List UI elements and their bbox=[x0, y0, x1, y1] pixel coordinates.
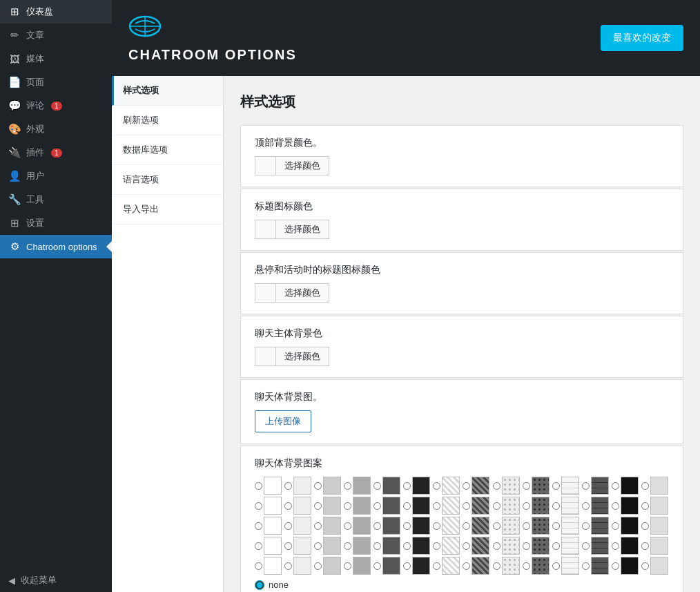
title-icon-color-button[interactable]: 选择颜色 bbox=[275, 220, 329, 239]
pattern-radio[interactable] bbox=[344, 522, 351, 530]
pattern-radio[interactable] bbox=[284, 482, 292, 490]
pattern-radio[interactable] bbox=[433, 502, 440, 510]
pattern-radio[interactable] bbox=[255, 542, 262, 550]
subnav-item-language[interactable]: 语言选项 bbox=[112, 165, 223, 195]
pattern-radio[interactable] bbox=[373, 562, 381, 570]
upload-image-button[interactable]: 上传图像 bbox=[255, 410, 311, 432]
top-bg-color-swatch[interactable] bbox=[255, 156, 275, 175]
pattern-radio[interactable] bbox=[403, 542, 411, 550]
pattern-radio[interactable] bbox=[433, 522, 440, 530]
pattern-radio[interactable] bbox=[403, 562, 411, 570]
pattern-radio[interactable] bbox=[641, 482, 649, 490]
subnav-item-refresh[interactable]: 刷新选项 bbox=[112, 106, 223, 135]
pattern-radio[interactable] bbox=[493, 522, 500, 530]
pattern-radio[interactable] bbox=[552, 562, 560, 570]
pattern-radio[interactable] bbox=[612, 542, 619, 550]
pattern-radio[interactable] bbox=[344, 482, 351, 490]
pattern-radio[interactable] bbox=[582, 562, 590, 570]
pattern-radio[interactable] bbox=[255, 482, 262, 490]
pattern-radio[interactable] bbox=[552, 502, 560, 510]
pattern-radio[interactable] bbox=[373, 522, 381, 530]
sidebar-collapse[interactable]: ◀ 收起菜单 bbox=[0, 569, 112, 592]
pattern-radio[interactable] bbox=[433, 542, 440, 550]
sidebar-item-appearance[interactable]: 🎨 外观 bbox=[0, 117, 112, 141]
pattern-radio[interactable] bbox=[641, 502, 649, 510]
hover-active-icon-color-button[interactable]: 选择颜色 bbox=[275, 283, 329, 303]
pattern-radio[interactable] bbox=[314, 542, 322, 550]
pattern-radio[interactable] bbox=[582, 502, 590, 510]
pattern-radio[interactable] bbox=[612, 562, 619, 570]
pattern-radio[interactable] bbox=[284, 542, 292, 550]
pattern-radio[interactable] bbox=[523, 522, 530, 530]
sidebar-item-posts[interactable]: ✏ 文章 bbox=[0, 23, 112, 47]
pattern-radio[interactable] bbox=[373, 502, 381, 510]
pattern-radio[interactable] bbox=[552, 482, 560, 490]
sidebar-item-comments[interactable]: 💬 评论 1 bbox=[0, 94, 112, 117]
pattern-radio[interactable] bbox=[255, 522, 262, 530]
sidebar-item-plugins[interactable]: 🔌 插件 1 bbox=[0, 141, 112, 164]
pattern-radio[interactable] bbox=[255, 502, 262, 510]
pattern-radio[interactable] bbox=[314, 562, 322, 570]
pattern-radio[interactable] bbox=[523, 542, 530, 550]
pattern-radio[interactable] bbox=[344, 562, 351, 570]
pattern-radio[interactable] bbox=[493, 562, 500, 570]
pattern-radio[interactable] bbox=[284, 502, 292, 510]
pattern-radio[interactable] bbox=[493, 482, 500, 490]
top-bg-color-button[interactable]: 选择颜色 bbox=[275, 156, 329, 175]
pattern-radio[interactable] bbox=[612, 482, 619, 490]
save-button[interactable]: 最喜欢的改变 bbox=[601, 25, 683, 51]
sidebar-item-media[interactable]: 🖼 媒体 bbox=[0, 47, 112, 70]
pattern-none-radio[interactable] bbox=[255, 580, 264, 590]
pattern-cell bbox=[641, 477, 669, 495]
tools-icon: 🔧 bbox=[8, 193, 21, 206]
chat-bg-color-button[interactable]: 选择颜色 bbox=[275, 347, 329, 366]
pattern-radio[interactable] bbox=[373, 542, 381, 550]
subnav-item-style[interactable]: 样式选项 bbox=[112, 76, 223, 106]
subnav-item-import[interactable]: 导入导出 bbox=[112, 195, 223, 225]
pattern-radio[interactable] bbox=[493, 542, 500, 550]
pattern-radio[interactable] bbox=[284, 562, 292, 570]
pattern-radio[interactable] bbox=[582, 542, 590, 550]
pattern-radio[interactable] bbox=[433, 482, 440, 490]
pattern-radio[interactable] bbox=[463, 522, 470, 530]
pattern-radio[interactable] bbox=[582, 482, 590, 490]
pattern-radio[interactable] bbox=[403, 522, 411, 530]
pattern-radio[interactable] bbox=[612, 502, 619, 510]
sidebar-item-settings[interactable]: ⊞ 设置 bbox=[0, 211, 112, 235]
pattern-radio[interactable] bbox=[641, 562, 649, 570]
pattern-radio[interactable] bbox=[582, 522, 590, 530]
pattern-radio[interactable] bbox=[641, 522, 649, 530]
chat-bg-color-swatch[interactable] bbox=[255, 347, 275, 366]
sidebar-item-pages[interactable]: 📄 页面 bbox=[0, 70, 112, 94]
pattern-radio[interactable] bbox=[403, 502, 411, 510]
sidebar-item-dashboard[interactable]: ⊞ 仪表盘 bbox=[0, 0, 112, 23]
pattern-radio[interactable] bbox=[463, 482, 470, 490]
pattern-radio[interactable] bbox=[523, 482, 530, 490]
pattern-radio[interactable] bbox=[463, 502, 470, 510]
subnav-item-database[interactable]: 数据库选项 bbox=[112, 135, 223, 165]
pattern-radio[interactable] bbox=[523, 562, 530, 570]
pattern-radio[interactable] bbox=[641, 542, 649, 550]
sidebar-item-tools[interactable]: 🔧 工具 bbox=[0, 188, 112, 211]
pattern-radio[interactable] bbox=[403, 482, 411, 490]
pattern-radio[interactable] bbox=[552, 542, 560, 550]
pattern-radio[interactable] bbox=[463, 562, 470, 570]
pattern-radio[interactable] bbox=[552, 522, 560, 530]
hover-active-icon-color-swatch[interactable] bbox=[255, 283, 275, 303]
pattern-radio[interactable] bbox=[373, 482, 381, 490]
pattern-radio[interactable] bbox=[284, 522, 292, 530]
pattern-radio[interactable] bbox=[493, 502, 500, 510]
pattern-radio[interactable] bbox=[344, 502, 351, 510]
pattern-radio[interactable] bbox=[314, 522, 322, 530]
pattern-radio[interactable] bbox=[463, 542, 470, 550]
pattern-radio[interactable] bbox=[314, 482, 322, 490]
sidebar-item-users[interactable]: 👤 用户 bbox=[0, 164, 112, 188]
pattern-radio[interactable] bbox=[612, 522, 619, 530]
pattern-radio[interactable] bbox=[523, 502, 530, 510]
pattern-radio[interactable] bbox=[344, 542, 351, 550]
pattern-radio[interactable] bbox=[433, 562, 440, 570]
pattern-radio[interactable] bbox=[314, 502, 322, 510]
pattern-radio[interactable] bbox=[255, 562, 262, 570]
sidebar-item-chatroom[interactable]: ⚙ Chatroom options bbox=[0, 235, 112, 258]
title-icon-color-swatch[interactable] bbox=[255, 220, 275, 239]
